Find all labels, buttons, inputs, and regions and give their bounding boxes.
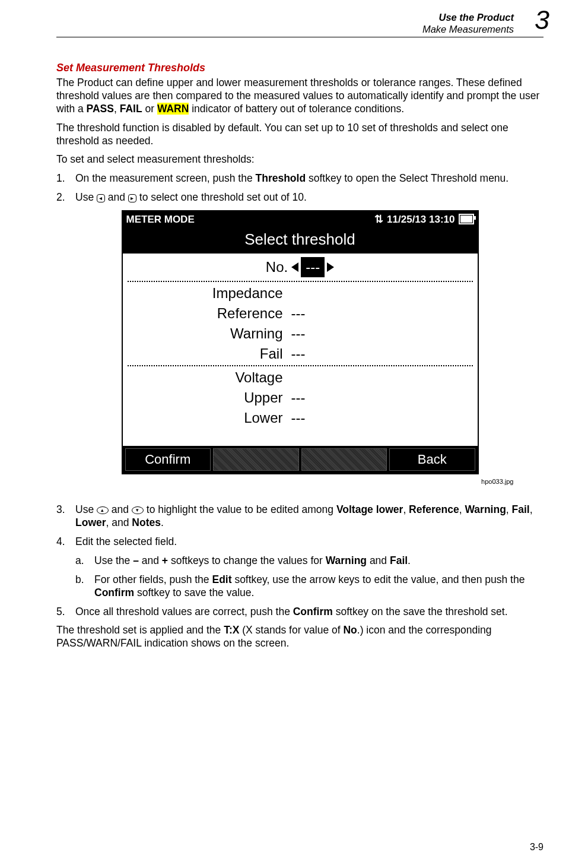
device-screenshot: METER MODE ⇅ 11/25/13 13:10 Select thres… xyxy=(122,210,479,474)
step-4: Edit the selected field. Use the – and +… xyxy=(56,536,543,600)
right-triangle-icon xyxy=(327,262,334,272)
warning-label: Warning xyxy=(123,325,291,343)
closing-paragraph: The threshold set is applied and the T:X… xyxy=(56,624,543,650)
impedance-group-label: Impedance xyxy=(123,284,291,302)
step-3: Use ▴ and ▾ to highlight the value to be… xyxy=(56,503,543,530)
fail-label: Fail xyxy=(123,345,291,363)
section-heading: Set Measurement Thresholds xyxy=(56,61,543,75)
left-arrow-icon: ◂ xyxy=(97,194,105,202)
step-2: Use ◂ and ▸ to select one threshold set … xyxy=(56,191,543,204)
no-value-box[interactable]: --- xyxy=(301,257,325,277)
lower-label: Lower xyxy=(123,409,291,427)
step-5: Once all threshold values are correct, p… xyxy=(56,606,543,619)
intro-paragraph-3: To set and select measurement thresholds… xyxy=(56,153,543,166)
fail-value: --- xyxy=(291,345,306,363)
down-arrow-icon: ▾ xyxy=(132,506,144,514)
up-arrow-icon: ▴ xyxy=(97,506,109,514)
warning-value: --- xyxy=(291,325,306,343)
header-subtitle: Make Measurements xyxy=(56,24,514,36)
page-number: 3-9 xyxy=(530,841,543,853)
confirm-softkey[interactable]: Confirm xyxy=(125,448,211,471)
right-arrow-icon: ▸ xyxy=(128,194,136,202)
softkey-2 xyxy=(213,448,299,471)
reference-label: Reference xyxy=(123,305,291,322)
back-softkey[interactable]: Back xyxy=(389,448,475,471)
softkey-3 xyxy=(301,448,387,471)
left-triangle-icon xyxy=(291,262,298,272)
intro-paragraph-1: The Product can define upper and lower m… xyxy=(56,77,543,116)
datetime-label: 11/25/13 13:10 xyxy=(387,213,454,226)
lower-value: --- xyxy=(291,409,306,427)
step-4a: Use the – and + softkeys to change the v… xyxy=(75,555,543,568)
header-title: Use the Product xyxy=(56,12,514,24)
image-filename: hpo033.jpg xyxy=(87,478,514,486)
meter-mode-label: METER MODE xyxy=(126,213,195,226)
reference-value: --- xyxy=(291,305,306,322)
voltage-group-label: Voltage xyxy=(123,369,291,387)
battery-icon xyxy=(459,214,474,224)
chapter-number: 3 xyxy=(535,4,549,37)
screen-title: Select threshold xyxy=(123,227,478,254)
page-header: Use the Product Make Measurements 3 xyxy=(56,12,543,37)
step-1: On the measurement screen, push the Thre… xyxy=(56,172,543,185)
no-field-label: No. xyxy=(266,258,288,276)
upper-value: --- xyxy=(291,389,306,407)
intro-paragraph-2: The threshold function is disabled by de… xyxy=(56,122,543,148)
step-4b: For other fields, push the Edit softkey,… xyxy=(75,574,543,600)
upper-label: Upper xyxy=(123,389,291,407)
swap-icon: ⇅ xyxy=(374,213,383,226)
